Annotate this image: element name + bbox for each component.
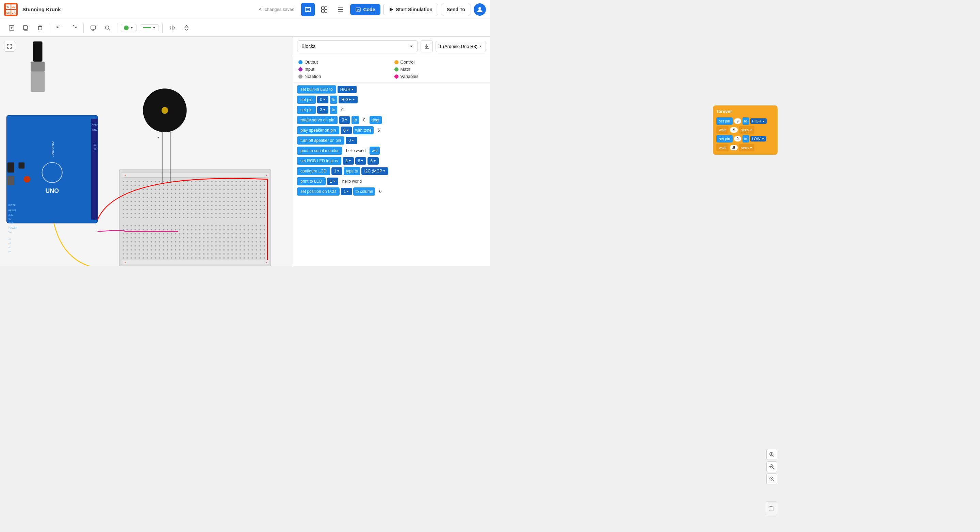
block-rgb-pin2[interactable]: 6 (355, 157, 366, 165)
block-speaker-text[interactable]: play speaker on pin (297, 126, 339, 134)
block-witl-text[interactable]: witl (369, 147, 379, 155)
svg-text:+: + (266, 261, 267, 264)
block-pin0-dropdown[interactable]: 0 (317, 96, 328, 103)
svg-text:-: - (172, 136, 172, 140)
block-turn-off-text[interactable]: turn off speaker on pin (297, 137, 344, 145)
user-avatar[interactable] (474, 3, 486, 16)
cat-output[interactable]: Output (298, 60, 389, 65)
undo-btn[interactable] (53, 22, 66, 34)
block-tone-value[interactable]: 6 (375, 127, 383, 134)
blocks-dropdown[interactable]: Blocks (297, 40, 418, 52)
svg-rect-74 (123, 224, 266, 262)
block-speaker-pin-dropdown[interactable]: 0 (340, 127, 352, 134)
block-lcd-print-num[interactable]: 1 (327, 178, 338, 185)
svg-text:RESET: RESET (8, 209, 17, 211)
cat-input-label: Input (305, 67, 314, 72)
cat-control-label: Control (401, 60, 415, 65)
svg-point-21 (479, 7, 481, 10)
cat-input[interactable]: Input (298, 67, 389, 72)
color-indicator (124, 25, 129, 30)
svg-text:CA: CA (11, 11, 16, 14)
block-off-pin-dropdown[interactable]: 0 (346, 137, 357, 144)
line-style-dropdown[interactable] (140, 24, 159, 31)
list-view-btn[interactable] (334, 3, 347, 16)
svg-rect-63 (18, 163, 24, 169)
svg-text:13: 13 (94, 143, 96, 146)
svg-point-79 (161, 107, 168, 114)
main-area: ARDUINO UNO AREF GND 13 12 IOREF RESET 3… (0, 37, 490, 266)
cat-math-label: Math (401, 67, 410, 72)
cat-control[interactable]: Control (395, 60, 485, 65)
new-btn[interactable] (5, 22, 18, 34)
copy-btn[interactable] (20, 22, 32, 34)
svg-marker-89 (352, 89, 353, 90)
svg-text:</>: </> (356, 9, 360, 11)
block-set-pos-text[interactable]: set position on LCD (297, 187, 340, 195)
svg-text:UNO: UNO (45, 187, 59, 194)
svg-marker-100 (383, 170, 385, 172)
cat-notation[interactable]: Notation (298, 74, 389, 79)
svg-text:NK: NK (11, 6, 16, 9)
svg-rect-61 (8, 163, 14, 173)
svg-text:Vin: Vin (8, 231, 12, 233)
block-rgb-pin1[interactable]: 3 (343, 157, 354, 165)
send-to-button[interactable]: Send To (441, 4, 471, 15)
block-rgb-led: set RGB LED in pins 3 6 6 (297, 157, 486, 165)
svg-marker-101 (333, 181, 335, 182)
annotation-btn[interactable] (87, 22, 99, 34)
svg-rect-28 (91, 26, 95, 29)
canvas-area[interactable]: ARDUINO UNO AREF GND 13 12 IOREF RESET 3… (0, 37, 293, 266)
board-dropdown[interactable]: 1 (Arduino Uno R3) (436, 41, 486, 52)
download-button[interactable] (421, 40, 433, 52)
color-picker-dropdown[interactable] (121, 24, 137, 32)
block-set-pin-0: set pin 0 to HIGH (297, 95, 486, 104)
svg-marker-102 (347, 191, 349, 192)
delete-btn[interactable] (34, 22, 46, 34)
block-pin3-value[interactable]: 0 (339, 106, 347, 113)
flip-v-btn[interactable] (180, 22, 192, 34)
block-pin3-dropdown[interactable]: 3 (317, 106, 328, 114)
block-lcd-type-dropdown[interactable]: I2C (MCP (361, 167, 388, 175)
top-nav: TI NK ER CA Stunning Krunk All changes s… (0, 0, 490, 19)
toolbar (0, 19, 490, 37)
block-setpin-text[interactable]: set pin (297, 95, 316, 104)
block-set-pin-3: set pin 3 to 0 (297, 106, 486, 114)
component-view-btn[interactable] (318, 3, 331, 16)
cat-control-dot (395, 60, 398, 64)
cat-notation-label: Notation (305, 74, 321, 79)
redo-btn[interactable] (68, 22, 80, 34)
block-lcd-num-dropdown[interactable]: 1 (331, 167, 343, 175)
block-rgb-text[interactable]: set RGB LED in pins (297, 157, 341, 165)
block-setpin3-text[interactable]: set pin (297, 106, 316, 114)
block-hello-world-value[interactable]: hello world (343, 147, 368, 154)
block-configure-lcd-text[interactable]: configure LCD (297, 167, 330, 175)
code-button[interactable]: </> Code (350, 4, 380, 15)
schematic-view-btn[interactable] (301, 3, 315, 16)
block-high-dropdown[interactable]: HIGH (339, 96, 358, 103)
cat-math[interactable]: Math (395, 67, 485, 72)
block-servo-pin-dropdown[interactable]: 0 (339, 116, 350, 124)
svg-rect-14 (325, 10, 327, 12)
block-rgb-pin3[interactable]: 6 (368, 157, 379, 165)
svg-marker-34 (153, 27, 155, 29)
block-lcd-hello[interactable]: hello world (340, 178, 364, 185)
block-print-lcd-text[interactable]: print to LCD (297, 177, 326, 186)
svg-rect-11 (321, 7, 324, 9)
block-led-val-dropdown[interactable]: HIGH (337, 86, 356, 93)
block-servo-text[interactable]: rotate servo on pin (297, 116, 337, 124)
start-simulation-button[interactable]: Start Simulation (383, 4, 438, 15)
block-column-value[interactable]: 0 (376, 188, 384, 195)
block-text[interactable]: set built-in LED to (297, 86, 336, 94)
block-servo-degrees[interactable]: 0 (360, 117, 368, 124)
block-print-serial-text[interactable]: print to serial monitor (297, 147, 342, 155)
svg-marker-85 (410, 46, 413, 47)
svg-text:A3: A3 (8, 250, 11, 253)
circuit-diagram: ARDUINO UNO AREF GND 13 12 IOREF RESET 3… (0, 37, 293, 266)
flip-h-btn[interactable] (166, 22, 178, 34)
cat-variables[interactable]: Variables (395, 74, 485, 79)
category-legend: Output Control Input Math Notation Varia… (293, 56, 490, 83)
inspect-btn[interactable] (102, 22, 114, 34)
block-rotate-servo: rotate servo on pin 0 to 0 degr (297, 116, 486, 124)
svg-rect-45 (91, 119, 98, 220)
block-pos-lcd-num[interactable]: 1 (341, 188, 352, 195)
